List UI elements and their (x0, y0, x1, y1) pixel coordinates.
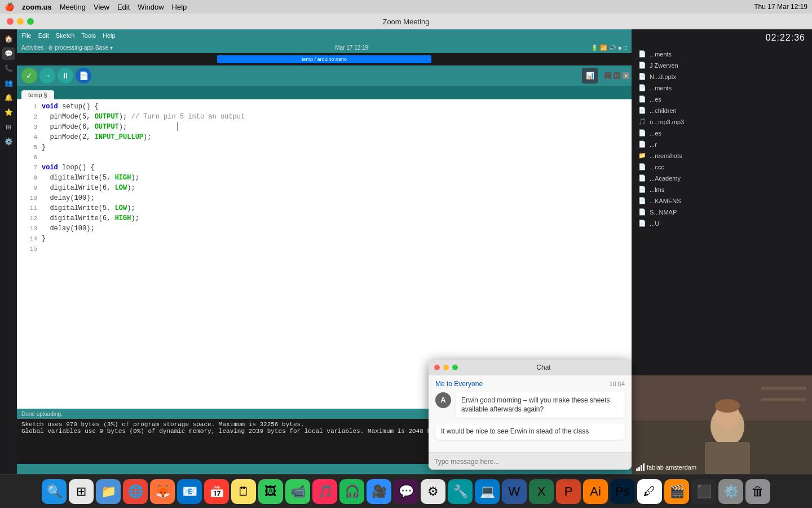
menu-meeting[interactable]: Meeting (60, 3, 86, 11)
svg-point-8 (715, 399, 740, 413)
arduino-upload-bar: temp / arduino nano (17, 53, 632, 65)
dock-terminal[interactable]: ⬛ (691, 479, 716, 504)
file-item-kamens[interactable]: 📄 ...KAMENS (632, 195, 812, 207)
sidebar-chat-icon[interactable]: 💬 (2, 47, 15, 60)
file-item-es2[interactable]: 📄 ...es (632, 128, 812, 139)
video-participant-name: fablab amsterdam (647, 464, 696, 471)
dock-excel[interactable]: X (529, 479, 554, 504)
code-line-11: 11 digitalWrite(5, LOW); (17, 203, 632, 213)
dock-notes[interactable]: 🗒 (231, 479, 256, 504)
chat-to-label: Me to Everyone (435, 380, 483, 388)
dock-mail[interactable]: 📧 (177, 479, 202, 504)
dock-launchpad[interactable]: ⊞ (69, 479, 94, 504)
chat-minimize-button[interactable] (443, 365, 449, 370)
dock-zoom[interactable]: 🎥 (367, 479, 391, 504)
file-icon: 📄 (638, 107, 646, 115)
sidebar-contacts-icon[interactable]: 👥 (2, 77, 15, 89)
file-item-ccc[interactable]: 📄 ...ccc (632, 161, 812, 173)
menu-edit[interactable]: Edit (117, 3, 130, 11)
file-item-academy[interactable]: 📄 ...Academy (632, 173, 812, 184)
chat-window: Chat Me to Everyone 10:04 A Erwin good m… (429, 360, 632, 470)
verify-button[interactable]: ✓ (21, 68, 37, 84)
arduino-menu-help[interactable]: Help (103, 32, 116, 39)
dock-system-prefs[interactable]: ⚙️ (718, 479, 743, 504)
arduino-menu-file[interactable]: File (21, 32, 32, 39)
dock-finder[interactable]: 🔍 (42, 479, 67, 504)
menu-bar: 🍎 zoom.us Meeting View Edit Window Help … (0, 0, 812, 14)
dock-facetime[interactable]: 📹 (285, 479, 310, 504)
code-line-12: 12 digitalWrite(6, HIGH); (17, 213, 632, 224)
code-line-10: 10 delay(100); (17, 193, 632, 203)
dock-firefox[interactable]: 🦊 (150, 479, 175, 504)
menu-view[interactable]: View (94, 3, 109, 11)
arduino-menu-sketch[interactable]: Sketch (56, 32, 75, 39)
file-item-ments[interactable]: 📄 ...ments (632, 49, 812, 60)
menu-bar-time: Thu 17 Mar 12:19 (754, 3, 807, 11)
svg-rect-6 (705, 442, 750, 474)
fullscreen-button[interactable] (27, 18, 34, 25)
console-status-label: Done uploading. (21, 411, 63, 417)
sidebar-phone-icon[interactable]: 📞 (2, 62, 15, 75)
dock-spotify[interactable]: 🎧 (339, 479, 364, 504)
debug-button[interactable]: ⏸ (58, 68, 73, 84)
code-line-2: 2 pinMode(5, OUTPUT); // Turn pin 5 into… (17, 112, 632, 122)
file-item-r[interactable]: 📄 ...r (632, 139, 812, 150)
window-title-bar: Zoom Meeting (0, 14, 812, 29)
file-item-nmap[interactable]: 📄 S...NMAP (632, 207, 812, 218)
file-item-zwerven[interactable]: 📄 J Zwerven (632, 60, 812, 71)
dock-inkscape[interactable]: 🖊 (637, 479, 662, 504)
dock-photoshop[interactable]: Ps (610, 479, 635, 504)
file-item-lms[interactable]: 📄 ...lms (632, 184, 812, 195)
arduino-menu-tools[interactable]: Tools (81, 32, 96, 39)
chat-close-button[interactable] (434, 365, 440, 370)
upload-button[interactable]: → (39, 68, 55, 84)
file-item-mp3[interactable]: 🎵 n...mp3.mp3 (632, 116, 812, 128)
file-item-pptx[interactable]: 📄 N...d.pptx (632, 71, 812, 82)
file-item-screenshots[interactable]: 📁 ...reenshots (632, 150, 812, 161)
file-item-children[interactable]: 📄 ...children (632, 105, 812, 116)
arduino-menu-edit[interactable]: Edit (38, 32, 49, 39)
signal-bars-icon (636, 463, 645, 471)
signal-bar-4 (643, 463, 645, 471)
chat-input[interactable] (434, 458, 626, 466)
dock-chrome[interactable]: 🌐 (123, 479, 148, 504)
signal-bar-1 (636, 468, 638, 471)
folder-icon: 📁 (638, 152, 646, 160)
dock-photos[interactable]: 🖼 (258, 479, 283, 504)
window-close-btn[interactable]: ✕ (623, 72, 629, 79)
file-item-u[interactable]: 📄 ...U (632, 218, 812, 229)
dock-calendar[interactable]: 📅 (204, 479, 229, 504)
apple-menu[interactable]: 🍎 (5, 2, 14, 11)
chat-maximize-button[interactable] (452, 365, 458, 370)
menu-help[interactable]: Help (172, 3, 187, 11)
close-button[interactable] (7, 18, 14, 25)
arduino-date: Mar 17 12:19 (335, 45, 368, 51)
dock-slack[interactable]: 💬 (394, 479, 418, 504)
chat-avatar: A (435, 392, 451, 408)
window-restore-btn[interactable]: □ (614, 72, 620, 79)
dock-music[interactable]: 🎵 (312, 479, 337, 504)
minimize-button[interactable] (17, 18, 24, 25)
new-button[interactable]: 📄 (76, 68, 91, 84)
dock-powerpoint[interactable]: P (556, 479, 581, 504)
dock-vlc[interactable]: 🎬 (664, 479, 689, 504)
sidebar-home-icon[interactable]: 🏠 (2, 33, 15, 45)
dock-files[interactable]: 📁 (96, 479, 121, 504)
window-minimize-btn[interactable]: _ (604, 72, 611, 79)
serial-monitor-button[interactable]: 📊 (582, 68, 598, 84)
sidebar-notifications-icon[interactable]: 🔔 (2, 91, 15, 104)
dock-vscode[interactable]: 💻 (475, 479, 500, 504)
file-item-ments2[interactable]: 📄 ...ments (632, 82, 812, 94)
sidebar-apps-icon[interactable]: ⊞ (2, 121, 15, 133)
dock-trash[interactable]: 🗑 (745, 479, 770, 504)
sidebar-settings-icon[interactable]: ⚙️ (2, 135, 15, 148)
sidebar-star-icon[interactable]: ⭐ (2, 106, 15, 119)
file-item-es[interactable]: 📄 ...es (632, 94, 812, 105)
arduino-tab-temp[interactable]: temp § (21, 90, 54, 99)
dock-illustrator[interactable]: Ai (583, 479, 608, 504)
dock-arduino[interactable]: 🔧 (448, 479, 473, 504)
menu-window[interactable]: Window (138, 3, 164, 11)
dock-processing[interactable]: ⚙ (421, 479, 445, 504)
dock-word[interactable]: W (502, 479, 527, 504)
menu-app-name[interactable]: zoom.us (22, 3, 52, 11)
